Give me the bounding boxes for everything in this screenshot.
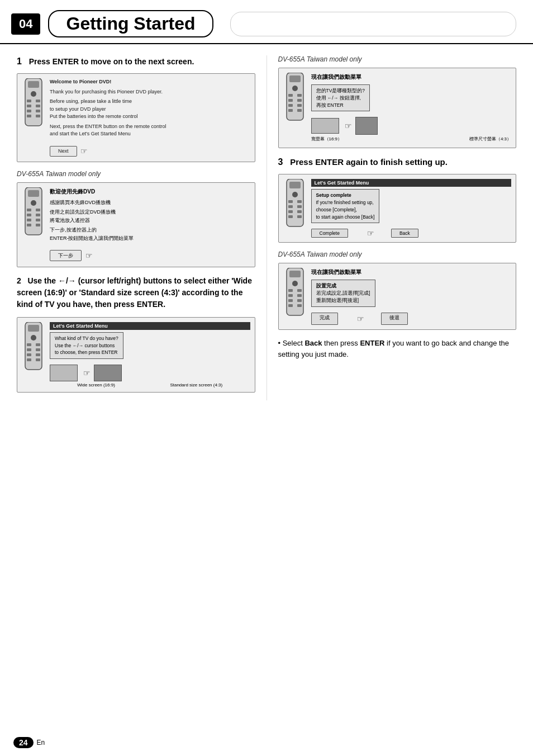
svg-rect-53	[288, 215, 293, 218]
svg-rect-48	[297, 200, 302, 203]
svg-rect-40	[288, 104, 293, 107]
step3-english-screen: Let's Get Started Menu Setup complete If…	[278, 174, 517, 243]
svg-rect-65	[297, 304, 302, 307]
right-taiwan-label-1: DV-655A Taiwan model only	[278, 55, 517, 63]
step1-screen-title: Welcome to Pioneer DVD!	[50, 78, 250, 86]
step1-chinese-screen: 歡迎使用先鋒DVD 感謝購買本先鋒DVD播放機 使用之前請先設定DVD播放機 將…	[17, 182, 255, 267]
step3-cn-complete: 完成	[311, 313, 338, 325]
svg-rect-18	[27, 219, 31, 221]
step1-cursor: ☞	[80, 145, 88, 157]
svg-rect-29	[27, 353, 31, 356]
right-tw1-std	[355, 117, 378, 135]
right-tw1-l2: 使用 ←/→ 按鈕選擇,	[316, 94, 365, 102]
remote-icon-1	[22, 78, 45, 130]
svg-rect-6	[36, 105, 40, 107]
svg-point-57	[292, 281, 298, 286]
page-header: 04 Getting Started	[0, 0, 533, 44]
step3-inner: Let's Get Started Menu Setup complete If…	[283, 179, 512, 238]
svg-rect-38	[288, 99, 293, 102]
step3-l1: Setup complete	[316, 192, 375, 199]
svg-rect-9	[27, 115, 31, 117]
right-tw1-title: 現在讓我們啟動菜單	[311, 73, 512, 82]
svg-rect-4	[36, 100, 40, 102]
step1-cn-l1: 感謝購買本先鋒DVD播放機	[50, 199, 250, 206]
svg-point-35	[292, 86, 298, 91]
step3-l2: If you're finished setting up,	[316, 199, 375, 206]
step1-cn-l3: 將電池放入遙控器	[50, 216, 250, 224]
step3-cn-inner: 現在讓我們啟動菜單 設置完成 若完成設定,請選擇[完成] 重新開始選擇[後退] …	[283, 268, 512, 325]
step1-cn-l2: 使用之前請先設定DVD播放機	[50, 208, 250, 216]
step2-tv-labels: Wide screen (16:9) Standard size screen …	[50, 382, 250, 388]
page-number: 24	[13, 737, 34, 748]
step3-cn-title: 現在讓我們啟動菜單	[311, 268, 512, 277]
remote-icon-4	[283, 73, 307, 125]
left-column: 1 Press ENTER to move on to the next scr…	[17, 55, 266, 400]
svg-rect-34	[289, 75, 301, 82]
step3-chinese-screen: 現在讓我們啟動菜單 設置完成 若完成設定,請選擇[完成] 重新開始選擇[後退] …	[278, 263, 517, 330]
svg-point-24	[31, 335, 36, 341]
step1-cn-cursor: ☞	[85, 249, 93, 262]
step1-cn-inner: 歡迎使用先鋒DVD 感謝購買本先鋒DVD播放機 使用之前請先設定DVD播放機 將…	[22, 187, 250, 262]
step2-menu-box: What kind of TV do you have? Use the ←/→…	[50, 332, 123, 359]
svg-rect-39	[297, 99, 302, 102]
svg-rect-16	[27, 214, 31, 216]
svg-rect-14	[27, 209, 31, 211]
svg-rect-59	[297, 289, 302, 292]
step2-cursor: ☞	[83, 368, 91, 377]
step2-text-area: Let's Get Started Menu What kind of TV d…	[50, 322, 250, 388]
step3-heading: 3 Press ENTER again to finish setting up…	[278, 156, 517, 168]
svg-rect-28	[36, 348, 40, 351]
svg-rect-5	[27, 105, 31, 107]
svg-rect-52	[297, 210, 302, 213]
svg-rect-25	[27, 343, 31, 346]
bullet-text: • Select Back then press ENTER if you wa…	[278, 338, 517, 360]
right-tw1-btn2: 標準尺寸螢幕（4:3）	[469, 136, 511, 143]
svg-rect-27	[27, 348, 31, 351]
step3-back-btn: Back	[391, 229, 418, 238]
step2-menu-title: Let's Get Started Menu	[50, 322, 250, 330]
step1-num: 1	[17, 56, 27, 66]
svg-rect-26	[36, 343, 40, 346]
step2-tv-btns: ☞	[50, 365, 250, 381]
svg-rect-23	[28, 325, 39, 332]
right-tw1-text: 現在讓我們啟動菜單 您的TV是哪種類型的? 使用 ←/→ 按鈕選擇, 再按 EN…	[311, 73, 512, 143]
svg-rect-37	[297, 94, 302, 97]
step1-screen-text: Welcome to Pioneer DVD! Thank you for pu…	[50, 78, 250, 157]
step3-cn-back: 後退	[381, 313, 408, 325]
svg-rect-10	[36, 115, 40, 117]
svg-rect-61	[297, 294, 302, 297]
svg-rect-21	[36, 224, 40, 226]
svg-rect-32	[36, 358, 40, 361]
step3-num: 3	[278, 157, 288, 167]
step1-cn-next: 下一步	[50, 250, 82, 261]
right-tw1-cursor: ☞	[345, 120, 352, 132]
step1-text-area: Welcome to Pioneer DVD! Thank you for pu…	[50, 78, 250, 157]
step1-taiwan-label: DV-655A Taiwan model only	[17, 170, 255, 178]
step2-heading: 2 Use the ←/→ (cursor left/right) button…	[17, 275, 255, 310]
step2-num: 2	[17, 276, 26, 285]
right-tw1-l1: 您的TV是哪種類型的?	[316, 87, 365, 94]
step3-cn-cursor: ☞	[357, 313, 364, 325]
svg-rect-54	[297, 215, 302, 218]
step3-menu-title: Let's Get Started Menu	[311, 179, 512, 187]
step1-cn-l5: ENTER-按鈕開始進入讓我們開始菜單	[50, 234, 250, 242]
step1-cn-l4: 下一步,按遙控器上的	[50, 226, 250, 234]
step1-cn-text: 歡迎使用先鋒DVD 感謝購買本先鋒DVD播放機 使用之前請先設定DVD播放機 將…	[50, 187, 250, 262]
svg-rect-15	[36, 209, 40, 211]
step1-heading: 1 Press ENTER to move on to the next scr…	[17, 55, 255, 68]
step3-taiwan-label2: DV-655A Taiwan model only	[278, 251, 517, 258]
step3-cn-text: 現在讓我們啟動菜單 設置完成 若完成設定,請選擇[完成] 重新開始選擇[後退] …	[311, 268, 512, 325]
svg-rect-20	[27, 224, 31, 226]
svg-rect-3	[27, 100, 31, 102]
main-content: 1 Press ENTER to move on to the next scr…	[0, 55, 533, 400]
svg-rect-49	[288, 205, 293, 208]
chapter-badge: 04	[11, 13, 40, 35]
right-tw1-labels: 寬螢幕（16:9） 標準尺寸螢幕（4:3）	[311, 136, 512, 143]
step3-cn-l1: 設置完成	[316, 282, 370, 290]
svg-rect-41	[297, 104, 302, 107]
svg-rect-60	[288, 294, 293, 297]
step1-line5: Next, press the ENTER button on the remo…	[50, 123, 250, 131]
page-title: Getting Started	[48, 10, 213, 37]
step1-line4: Put the batteries into the remote contro…	[50, 113, 250, 121]
step2-tv-std	[94, 365, 122, 381]
